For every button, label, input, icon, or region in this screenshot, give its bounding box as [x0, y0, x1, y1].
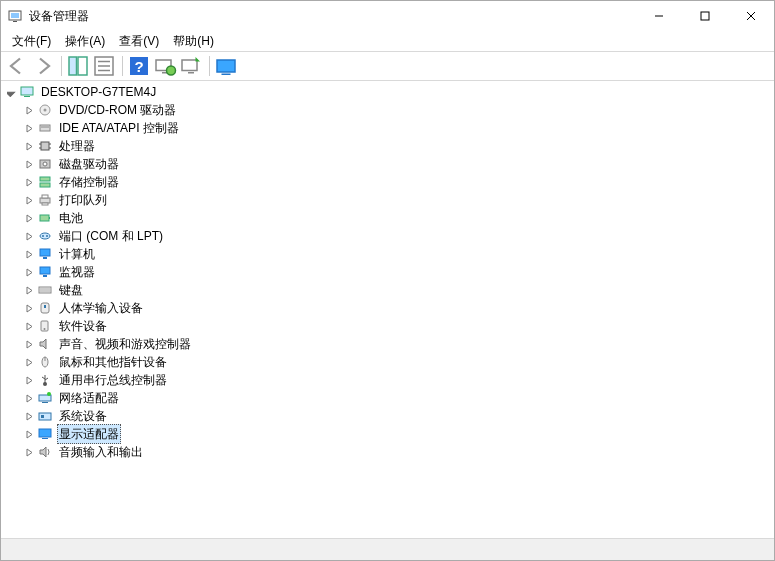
- tree-node[interactable]: 打印队列: [1, 191, 774, 209]
- svg-rect-49: [39, 287, 51, 293]
- menu-help[interactable]: 帮助(H): [166, 31, 221, 52]
- svg-point-64: [47, 392, 51, 396]
- svg-rect-2: [13, 21, 17, 22]
- expand-toggle-icon[interactable]: [21, 318, 37, 334]
- svg-rect-1: [11, 13, 19, 18]
- expand-toggle-icon[interactable]: [21, 390, 37, 406]
- tree-node-label: 处理器: [57, 137, 97, 155]
- tree-node[interactable]: 键盘: [1, 281, 774, 299]
- tree-node[interactable]: 声音、视频和游戏控制器: [1, 335, 774, 353]
- ide-icon: [37, 120, 53, 136]
- svg-rect-36: [40, 183, 50, 187]
- expand-toggle-icon[interactable]: [21, 282, 37, 298]
- expand-toggle-icon[interactable]: [21, 174, 37, 190]
- maximize-button[interactable]: [682, 1, 728, 31]
- svg-rect-45: [40, 249, 50, 256]
- disc-icon: [37, 102, 53, 118]
- expand-toggle-icon[interactable]: [21, 246, 37, 262]
- device-manager-window: 设备管理器 文件(F) 操作(A) 查看(V) 帮助(H) ? DESKTOP-…: [0, 0, 775, 561]
- expand-toggle-icon[interactable]: [21, 102, 37, 118]
- tree-node[interactable]: DVD/CD-ROM 驱动器: [1, 101, 774, 119]
- toolbar: ?: [1, 52, 774, 81]
- minimize-button[interactable]: [636, 1, 682, 31]
- tree-node-label: 打印队列: [57, 191, 109, 209]
- menu-file[interactable]: 文件(F): [5, 31, 58, 52]
- properties-button[interactable]: [92, 54, 116, 78]
- svg-rect-39: [42, 203, 48, 205]
- expand-toggle-icon[interactable]: [21, 138, 37, 154]
- expand-toggle-icon[interactable]: [3, 84, 19, 100]
- window-controls: [636, 1, 774, 31]
- svg-rect-41: [49, 217, 50, 219]
- expand-toggle-icon[interactable]: [21, 444, 37, 460]
- expand-toggle-icon[interactable]: [21, 300, 37, 316]
- update-driver-button[interactable]: [179, 54, 203, 78]
- titlebar: 设备管理器: [1, 1, 774, 31]
- svg-rect-4: [701, 12, 709, 20]
- tree-node-label: 网络适配器: [57, 389, 121, 407]
- svg-rect-20: [217, 60, 235, 72]
- tree-node[interactable]: 通用串行总线控制器: [1, 371, 774, 389]
- tree-node-root[interactable]: DESKTOP-G7TEM4J: [1, 83, 774, 101]
- tree-node[interactable]: 监视器: [1, 263, 774, 281]
- device-tree[interactable]: DESKTOP-G7TEM4JDVD/CD-ROM 驱动器IDE ATA/ATA…: [1, 83, 774, 461]
- tree-node[interactable]: 存储控制器: [1, 173, 774, 191]
- cpu-icon: [37, 138, 53, 154]
- network-icon: [37, 390, 53, 406]
- toolbar-separator: [61, 56, 62, 76]
- tree-node[interactable]: IDE ATA/ATAPI 控制器: [1, 119, 774, 137]
- tree-node[interactable]: 鼠标和其他指针设备: [1, 353, 774, 371]
- expand-toggle-icon[interactable]: [21, 120, 37, 136]
- expand-toggle-icon[interactable]: [21, 156, 37, 172]
- show-hide-tree-button[interactable]: [66, 54, 90, 78]
- expand-toggle-icon[interactable]: [21, 408, 37, 424]
- menu-action[interactable]: 操作(A): [58, 31, 112, 52]
- tree-node-label: DVD/CD-ROM 驱动器: [57, 101, 178, 119]
- statusbar: [1, 538, 774, 560]
- expand-toggle-icon[interactable]: [21, 192, 37, 208]
- expand-toggle-icon[interactable]: [21, 210, 37, 226]
- toolbar-separator: [209, 56, 210, 76]
- tree-node[interactable]: 网络适配器: [1, 389, 774, 407]
- expand-toggle-icon[interactable]: [21, 372, 37, 388]
- tree-node[interactable]: 电池: [1, 209, 774, 227]
- help-button[interactable]: ?: [127, 54, 151, 78]
- expand-toggle-icon[interactable]: [21, 228, 37, 244]
- tree-node[interactable]: 磁盘驱动器: [1, 155, 774, 173]
- tree-node-label: IDE ATA/ATAPI 控制器: [57, 119, 181, 137]
- svg-rect-38: [42, 195, 48, 198]
- scan-hardware-button[interactable]: [153, 54, 177, 78]
- expand-toggle-icon[interactable]: [21, 426, 37, 442]
- tree-node[interactable]: 系统设备: [1, 407, 774, 425]
- toolbar-separator: [122, 56, 123, 76]
- tree-node[interactable]: 音频输入和输出: [1, 443, 774, 461]
- tree-node-label: 电池: [57, 209, 85, 227]
- storage-icon: [37, 174, 53, 190]
- svg-point-44: [46, 235, 48, 237]
- tree-node-label: 磁盘驱动器: [57, 155, 121, 173]
- software-icon: [37, 318, 53, 334]
- tree-node[interactable]: 显示适配器: [1, 425, 774, 443]
- remote-button[interactable]: [214, 54, 238, 78]
- close-button[interactable]: [728, 1, 774, 31]
- tree-node[interactable]: 计算机: [1, 245, 774, 263]
- expand-toggle-icon[interactable]: [21, 264, 37, 280]
- svg-rect-19: [188, 72, 194, 74]
- monitor-icon: [37, 264, 53, 280]
- tree-node[interactable]: 端口 (COM 和 LPT): [1, 227, 774, 245]
- device-tree-panel[interactable]: DESKTOP-G7TEM4JDVD/CD-ROM 驱动器IDE ATA/ATA…: [1, 81, 774, 538]
- tree-node[interactable]: 处理器: [1, 137, 774, 155]
- expand-toggle-icon[interactable]: [21, 336, 37, 352]
- tree-node[interactable]: 人体学输入设备: [1, 299, 774, 317]
- expand-toggle-icon[interactable]: [21, 354, 37, 370]
- menubar: 文件(F) 操作(A) 查看(V) 帮助(H): [1, 31, 774, 52]
- svg-rect-7: [69, 57, 77, 75]
- tree-node-label: 计算机: [57, 245, 97, 263]
- monitor-icon: [37, 246, 53, 262]
- svg-rect-48: [43, 275, 47, 277]
- svg-rect-66: [41, 415, 44, 418]
- menu-view[interactable]: 查看(V): [112, 31, 166, 52]
- port-icon: [37, 228, 53, 244]
- tree-node-label: 鼠标和其他指针设备: [57, 353, 169, 371]
- tree-node[interactable]: 软件设备: [1, 317, 774, 335]
